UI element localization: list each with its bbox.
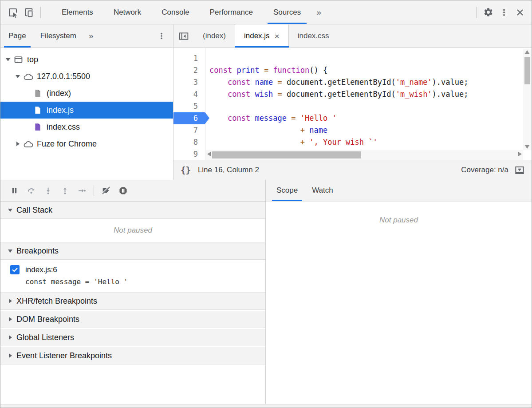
scroll-left-icon[interactable] — [207, 152, 211, 156]
tree-item-index[interactable]: (index) — [0, 85, 173, 102]
cloud-icon — [22, 140, 34, 148]
panel-strip-row: PageFilesystem » (index)index.js×index.c… — [0, 24, 532, 48]
step-over-icon[interactable] — [23, 182, 39, 198]
scope-watch-pane: ScopeWatch Not paused — [266, 180, 532, 404]
code-line[interactable] — [209, 100, 532, 112]
breakpoint-checkbox[interactable] — [10, 265, 20, 274]
code-line[interactable] — [209, 52, 532, 64]
editor-tab-index-css[interactable]: index.css — [289, 24, 338, 48]
tree-item-top[interactable]: top — [0, 51, 173, 68]
tree-item-index-css[interactable]: index.css — [0, 119, 173, 135]
breakpoint-entry[interactable]: index.js:6const message = 'Hello ' — [0, 260, 265, 293]
sidebar-kebab-menu-icon[interactable] — [154, 28, 169, 44]
inspect-icon[interactable] — [5, 4, 21, 20]
line-number[interactable]: 9 — [173, 148, 205, 160]
vertical-scrollbar[interactable] — [523, 49, 532, 150]
scroll-down-icon[interactable] — [525, 145, 529, 149]
section-header-call-stack[interactable]: Call Stack — [0, 202, 265, 219]
settings-gear-icon[interactable] — [480, 4, 496, 20]
device-toolbar-icon[interactable] — [21, 4, 37, 20]
scroll-right-icon[interactable] — [518, 152, 522, 156]
pause-icon[interactable] — [6, 182, 23, 198]
line-number[interactable]: 8 — [173, 136, 205, 148]
vertical-scroll-thumb[interactable] — [524, 57, 530, 84]
step-icon[interactable] — [73, 182, 90, 198]
scope-pane-tab-scope[interactable]: Scope — [269, 180, 305, 201]
pretty-print-icon[interactable]: {} — [181, 165, 191, 175]
section-header-event-listener-breakpoints[interactable]: Event Listener Breakpoints — [0, 347, 265, 364]
toolbar-divider — [40, 7, 41, 18]
chevron-collapsed-icon[interactable] — [6, 317, 15, 321]
coverage-panel-icon[interactable] — [515, 166, 524, 175]
main-tab-elements[interactable]: Elements — [51, 0, 103, 24]
line-number-gutter[interactable]: 123456789 — [173, 48, 205, 160]
code-line[interactable]: const wish = document.getElementById('m_… — [209, 88, 532, 100]
line-number[interactable]: 5 — [173, 100, 205, 112]
editor-tab-label: (index) — [203, 32, 226, 40]
code-line[interactable]: + name — [209, 124, 532, 136]
code-area[interactable]: 123456789 const print = function() { con… — [173, 48, 532, 160]
debugger-toolbar-divider — [94, 185, 94, 196]
line-number[interactable]: 1 — [173, 52, 205, 64]
cursor-position-label: Line 16, Column 2 — [198, 166, 259, 174]
horizontal-scrollbar[interactable] — [206, 150, 523, 160]
line-number[interactable]: 2 — [173, 64, 205, 76]
tree-item-fuze-for-chrome[interactable]: Fuze for Chrome — [0, 135, 173, 152]
code-line[interactable]: const name = document.getElementById('m_… — [209, 76, 532, 88]
tree-item-index-js[interactable]: index.js — [0, 102, 173, 119]
frame-icon — [12, 56, 24, 63]
doc-js-icon — [32, 106, 44, 114]
code-line[interactable]: const print = function() { — [209, 64, 532, 76]
section-label: Event Listener Breakpoints — [16, 351, 112, 360]
sidebar-tab-filesystem[interactable]: Filesystem — [33, 24, 83, 48]
chevron-collapsed-icon[interactable] — [6, 353, 15, 358]
chevron-collapsed-icon[interactable] — [6, 335, 15, 340]
sidebar-tab-bar: PageFilesystem » — [0, 24, 173, 48]
debugger-toolbar — [0, 180, 265, 202]
kebab-menu-icon[interactable] — [496, 4, 512, 20]
tree-item-127-0-0-1-5500[interactable]: 127.0.0.1:5500 — [0, 68, 173, 85]
line-number[interactable]: 7 — [173, 124, 205, 136]
more-tabs-icon[interactable]: » — [311, 8, 327, 17]
line-number[interactable]: 4 — [173, 88, 205, 100]
deactivate-breakpoints-icon[interactable] — [98, 182, 114, 198]
section-label: XHR/fetch Breakpoints — [16, 297, 97, 306]
cloud-icon — [22, 73, 34, 80]
editor-tab-index-js[interactable]: index.js× — [235, 24, 289, 48]
section-header-dom-breakpoints[interactable]: DOM Breakpoints — [0, 311, 265, 328]
toolbar-divider — [476, 7, 477, 18]
chevron-collapsed-icon[interactable] — [6, 299, 15, 303]
section-header-breakpoints[interactable]: Breakpoints — [0, 242, 265, 260]
code-line[interactable]: const message = 'Hello ' — [209, 112, 532, 124]
step-into-icon[interactable] — [39, 182, 56, 198]
hide-navigator-icon[interactable] — [173, 24, 194, 48]
section-header-xhr-fetch-breakpoints[interactable]: XHR/fetch Breakpoints — [0, 293, 265, 310]
main-tab-performance[interactable]: Performance — [200, 0, 263, 24]
close-tab-icon[interactable]: × — [275, 32, 280, 40]
scroll-up-icon[interactable] — [525, 50, 529, 54]
sidebar-more-tabs-icon[interactable]: » — [83, 31, 99, 41]
main-tab-console[interactable]: Console — [151, 0, 199, 24]
chevron-collapsed-icon[interactable] — [14, 142, 22, 146]
chevron-expanded-icon[interactable] — [14, 75, 22, 78]
line-number[interactable]: 3 — [173, 76, 205, 88]
scope-pane-tab-watch[interactable]: Watch — [305, 180, 340, 201]
section-header-global-listeners[interactable]: Global Listeners — [0, 329, 265, 346]
chevron-expanded-icon[interactable] — [6, 209, 15, 212]
breakpoint-line-number[interactable]: 6 — [173, 112, 205, 124]
horizontal-scroll-thumb[interactable] — [212, 151, 361, 158]
step-out-icon[interactable] — [56, 182, 73, 198]
chevron-expanded-icon[interactable] — [4, 58, 12, 61]
code-line[interactable]: + ', Your wish `' — [209, 136, 532, 148]
sidebar-tab-page[interactable]: Page — [1, 24, 33, 48]
chevron-expanded-icon[interactable] — [6, 250, 15, 253]
close-icon[interactable] — [512, 4, 528, 20]
main-tab-sources[interactable]: Sources — [263, 0, 311, 24]
section-label: Global Listeners — [16, 333, 74, 342]
editor-tab-index[interactable]: (index) — [194, 24, 235, 48]
code-lines[interactable]: const print = function() { const name = … — [205, 48, 532, 160]
editor-tab-label: index.css — [298, 32, 329, 40]
main-tab-network[interactable]: Network — [103, 0, 151, 24]
coverage-label: Coverage: n/a — [461, 166, 508, 174]
pause-on-exceptions-icon[interactable] — [114, 182, 131, 198]
